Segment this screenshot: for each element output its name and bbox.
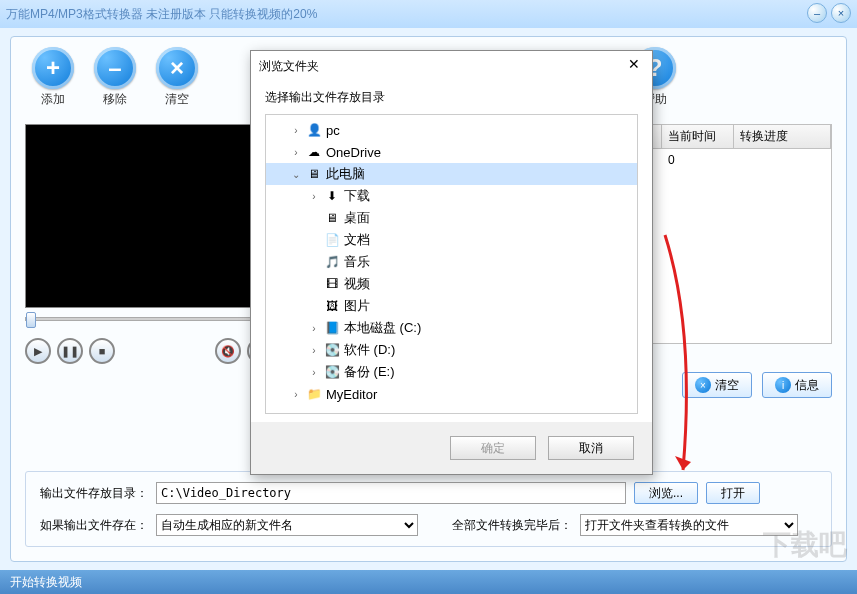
- after-convert-label: 全部文件转换完毕后：: [452, 517, 572, 534]
- tree-item[interactable]: ⌄🖥此电脑: [266, 163, 637, 185]
- folder-icon: 🖥: [306, 166, 322, 182]
- tree-label: OneDrive: [326, 145, 381, 160]
- expander-icon[interactable]: ›: [290, 389, 302, 400]
- x-icon: ×: [695, 377, 711, 393]
- dialog-cancel-button[interactable]: 取消: [548, 436, 634, 460]
- tree-item[interactable]: 🖥桌面: [266, 207, 637, 229]
- after-convert-select[interactable]: 打开文件夹查看转换的文件: [580, 514, 798, 536]
- tree-label: 音乐: [344, 253, 370, 271]
- tree-label: 视频: [344, 275, 370, 293]
- tree-label: 图片: [344, 297, 370, 315]
- minus-icon: –: [94, 47, 136, 89]
- dialog-ok-button[interactable]: 确定: [450, 436, 536, 460]
- folder-icon: 💽: [324, 342, 340, 358]
- dialog-instruction: 选择输出文件存放目录: [265, 89, 638, 106]
- info-button[interactable]: i信息: [762, 372, 832, 398]
- window-title: 万能MP4/MP3格式转换器 未注册版本 只能转换视频的20%: [6, 6, 317, 23]
- preview-pane: ▶ ❚❚ ■ 🔇 🔊: [25, 124, 273, 364]
- status-bar: 开始转换视频: [0, 570, 857, 594]
- mute-button[interactable]: 🔇: [215, 338, 241, 364]
- stop-button[interactable]: ■: [89, 338, 115, 364]
- clear-list-button[interactable]: ×清空: [682, 372, 752, 398]
- tree-label: 桌面: [344, 209, 370, 227]
- expander-icon[interactable]: ›: [290, 147, 302, 158]
- folder-icon: ⬇: [324, 188, 340, 204]
- plus-icon: +: [32, 47, 74, 89]
- tree-item[interactable]: ›📁MyEditor: [266, 383, 637, 405]
- folder-icon: 📄: [324, 232, 340, 248]
- tree-item[interactable]: ›💽软件 (D:): [266, 339, 637, 361]
- folder-icon: 🎞: [324, 276, 340, 292]
- col-progress[interactable]: 转换进度: [734, 125, 831, 148]
- slider-thumb[interactable]: [26, 312, 36, 328]
- expander-icon[interactable]: ›: [308, 191, 320, 202]
- folder-icon: ☁: [306, 144, 322, 160]
- folder-icon: 💽: [324, 364, 340, 380]
- browse-folder-dialog: 浏览文件夹 ✕ 选择输出文件存放目录 ›👤pc›☁OneDrive⌄🖥此电脑›⬇…: [250, 50, 653, 475]
- expander-icon[interactable]: ›: [290, 125, 302, 136]
- status-text: 开始转换视频: [10, 574, 82, 591]
- open-button[interactable]: 打开: [706, 482, 760, 504]
- tree-item[interactable]: ›📘本地磁盘 (C:): [266, 317, 637, 339]
- tree-item[interactable]: 🎵音乐: [266, 251, 637, 273]
- tree-label: 本地磁盘 (C:): [344, 319, 421, 337]
- expander-icon[interactable]: ›: [308, 367, 320, 378]
- info-icon: i: [775, 377, 791, 393]
- clear-button[interactable]: ×清空: [149, 47, 205, 108]
- expander-icon[interactable]: ›: [308, 345, 320, 356]
- tree-label: MyEditor: [326, 387, 377, 402]
- options-panel: 输出文件存放目录： 浏览... 打开 如果输出文件存在： 自动生成相应的新文件名…: [25, 471, 832, 547]
- folder-icon: 🖼: [324, 298, 340, 314]
- remove-button[interactable]: –移除: [87, 47, 143, 108]
- tree-label: 下载: [344, 187, 370, 205]
- video-preview: [25, 124, 273, 308]
- if-exists-label: 如果输出文件存在：: [40, 517, 148, 534]
- tree-label: 备份 (E:): [344, 363, 395, 381]
- folder-icon: 👤: [306, 122, 322, 138]
- tree-label: 软件 (D:): [344, 341, 395, 359]
- window-titlebar: 万能MP4/MP3格式转换器 未注册版本 只能转换视频的20% – ×: [0, 0, 857, 28]
- col-time[interactable]: 当前时间: [662, 125, 734, 148]
- expander-icon[interactable]: ›: [308, 323, 320, 334]
- tree-item[interactable]: 🎞视频: [266, 273, 637, 295]
- tree-item[interactable]: 🖼图片: [266, 295, 637, 317]
- output-dir-label: 输出文件存放目录：: [40, 485, 148, 502]
- output-dir-input[interactable]: [156, 482, 626, 504]
- folder-tree[interactable]: ›👤pc›☁OneDrive⌄🖥此电脑›⬇下载🖥桌面📄文档🎵音乐🎞视频🖼图片›📘…: [265, 114, 638, 414]
- browse-button[interactable]: 浏览...: [634, 482, 698, 504]
- pause-button[interactable]: ❚❚: [57, 338, 83, 364]
- dialog-title: 浏览文件夹: [259, 58, 319, 75]
- dialog-titlebar: 浏览文件夹 ✕: [251, 51, 652, 81]
- tree-item[interactable]: ›☁OneDrive: [266, 141, 637, 163]
- x-icon: ×: [156, 47, 198, 89]
- add-button[interactable]: +添加: [25, 47, 81, 108]
- seek-slider[interactable]: [25, 317, 273, 321]
- tree-item[interactable]: ›💽备份 (E:): [266, 361, 637, 383]
- play-button[interactable]: ▶: [25, 338, 51, 364]
- dialog-close-button[interactable]: ✕: [624, 56, 644, 76]
- tree-item[interactable]: ›👤pc: [266, 119, 637, 141]
- folder-icon: 📘: [324, 320, 340, 336]
- close-window-button[interactable]: ×: [831, 3, 851, 23]
- minimize-button[interactable]: –: [807, 3, 827, 23]
- table-cell: 0: [668, 153, 675, 167]
- if-exists-select[interactable]: 自动生成相应的新文件名: [156, 514, 418, 536]
- tree-label: pc: [326, 123, 340, 138]
- folder-icon: 📁: [306, 386, 322, 402]
- folder-icon: 🖥: [324, 210, 340, 226]
- folder-icon: 🎵: [324, 254, 340, 270]
- tree-item[interactable]: 📄文档: [266, 229, 637, 251]
- tree-label: 文档: [344, 231, 370, 249]
- expander-icon[interactable]: ⌄: [290, 169, 302, 180]
- tree-label: 此电脑: [326, 165, 365, 183]
- tree-item[interactable]: ›⬇下载: [266, 185, 637, 207]
